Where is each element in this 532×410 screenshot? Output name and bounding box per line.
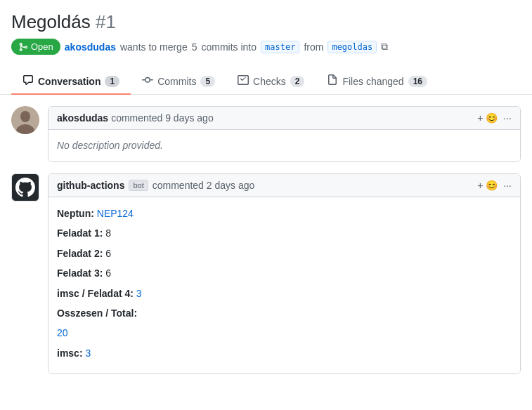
checks-icon <box>238 74 249 88</box>
add-emoji-button-1[interactable]: + 😊 <box>477 112 498 124</box>
tab-commits[interactable]: Commits 5 <box>131 69 226 95</box>
more-options-button-2[interactable]: ··· <box>503 180 512 191</box>
comment-thread-1: akosdudas commented 9 days ago + 😊 ··· N… <box>11 106 521 162</box>
tab-commits-label: Commits <box>157 76 196 87</box>
tab-checks-label: Checks <box>253 76 286 87</box>
neptun-label: Neptun: <box>57 208 97 219</box>
comment-box-1: akosdudas commented 9 days ago + 😊 ··· N… <box>48 106 521 162</box>
total-value-line: 20 <box>57 325 512 340</box>
tab-commits-count: 5 <box>200 76 215 87</box>
svg-point-1 <box>20 111 30 122</box>
imsc-label: imsc: <box>57 348 85 359</box>
tab-conversation-count: 1 <box>105 76 119 87</box>
author-link[interactable]: akosdudas <box>65 41 116 53</box>
tabs-bar: Conversation 1 Commits 5 Checks 2 Files … <box>0 69 532 95</box>
comment-thread-2: github-actions bot commented 2 days ago … <box>11 173 521 374</box>
comment-header-2: github-actions bot commented 2 days ago … <box>48 174 520 197</box>
files-svg-icon <box>327 74 338 86</box>
open-badge: Open <box>11 39 60 55</box>
feladat1-line: Feladat 1: 8 <box>57 225 512 241</box>
comment-header-right-2: + 😊 ··· <box>477 180 512 191</box>
feladat3-line: Feladat 3: 6 <box>57 265 512 281</box>
imsc-line: imsc: 3 <box>57 345 512 361</box>
tab-files-changed-label: Files changed <box>342 76 403 87</box>
commits-label: commits into <box>201 41 257 53</box>
from-label: from <box>304 41 323 53</box>
conversation-icon <box>22 74 34 88</box>
total-line: Osszesen / Total: <box>57 305 512 321</box>
commenter-name-2[interactable]: github-actions <box>57 180 124 191</box>
target-branch[interactable]: master <box>261 41 299 53</box>
pr-number: #1 <box>96 11 116 32</box>
avatar-akosdudas <box>11 106 39 134</box>
title-text: Megoldás <box>11 11 91 32</box>
copy-icon[interactable]: ⧉ <box>381 41 388 53</box>
page-header: Megoldás #1 Open akosdudas wants to merg… <box>0 0 532 69</box>
status-text: Open <box>31 41 53 52</box>
comment-header-1: akosdudas commented 9 days ago + 😊 ··· <box>48 107 520 130</box>
commenter-name-1[interactable]: akosdudas <box>57 112 108 124</box>
more-options-button-1[interactable]: ··· <box>503 112 512 124</box>
conversation-content: akosdudas commented 9 days ago + 😊 ··· N… <box>0 95 532 397</box>
imsc-value: 3 <box>85 348 91 359</box>
tab-checks[interactable]: Checks 2 <box>226 69 316 95</box>
comment-text-1: No description provided. <box>57 138 512 153</box>
feladat1-value: 8 <box>105 227 111 239</box>
feladat4-value: 3 <box>136 288 142 299</box>
comment-header-right-1: + 😊 ··· <box>477 112 512 124</box>
neptun-line: Neptun: NEP124 <box>57 206 512 221</box>
comment-time-1: commented 9 days ago <box>111 112 214 124</box>
pr-action-text: wants to merge <box>120 41 188 53</box>
comment-time-2: commented 2 days ago <box>153 180 255 191</box>
comment-body-2: Neptun: NEP124 Feladat 1: 8 Feladat 2: 6… <box>48 197 520 373</box>
checks-svg-icon <box>238 74 249 86</box>
commits-icon <box>142 74 153 88</box>
neptun-value: NEP124 <box>97 208 134 219</box>
feladat2-value: 6 <box>105 248 111 259</box>
files-changed-icon <box>327 74 338 88</box>
comment-body-1: No description provided. <box>48 130 520 161</box>
comment-header-left-1: akosdudas commented 9 days ago <box>57 112 214 124</box>
commits-svg-icon <box>142 74 153 86</box>
page-title: Megoldás #1 <box>11 11 521 33</box>
git-merge-icon <box>18 42 28 52</box>
tab-conversation-label: Conversation <box>38 76 100 87</box>
feladat3-label: Feladat 3: <box>57 267 105 279</box>
tab-files-changed[interactable]: Files changed 16 <box>316 69 439 95</box>
feladat2-label: Feladat 2: <box>57 248 105 259</box>
add-emoji-button-2[interactable]: + 😊 <box>477 180 498 191</box>
feladat3-value: 6 <box>105 267 111 279</box>
comment-box-2: github-actions bot commented 2 days ago … <box>48 173 521 374</box>
tab-files-changed-count: 16 <box>408 76 427 87</box>
comment-header-left-2: github-actions bot commented 2 days ago <box>57 180 254 191</box>
pr-meta: Open akosdudas wants to merge 5 commits … <box>11 39 521 55</box>
feladat4-line: imsc / Feladat 4: 3 <box>57 286 512 301</box>
avatar-github-actions <box>11 173 39 201</box>
commits-count: 5 <box>192 41 197 53</box>
tab-conversation[interactable]: Conversation 1 <box>11 69 131 95</box>
total-value: 20 <box>57 327 68 338</box>
feladat4-label: imsc / Feladat 4: <box>57 288 136 299</box>
bot-badge: bot <box>129 180 148 191</box>
conversation-svg-icon <box>22 74 34 86</box>
total-label: Osszesen / Total: <box>57 308 137 319</box>
tab-checks-count: 2 <box>290 76 305 87</box>
feladat2-line: Feladat 2: 6 <box>57 246 512 261</box>
source-branch[interactable]: megoldas <box>327 41 377 53</box>
feladat1-label: Feladat 1: <box>57 227 105 239</box>
